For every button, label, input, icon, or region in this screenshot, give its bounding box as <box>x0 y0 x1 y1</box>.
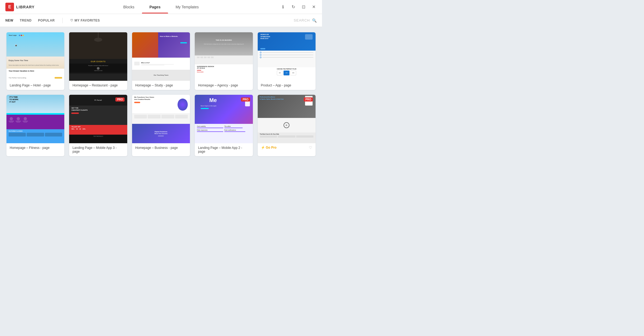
card-mobileapp2-label: Landing Page – Mobile App 2 - page <box>195 143 253 156</box>
card-fitness-thumbnail: IT'S TIMETO WORKIT OUT <box>6 95 64 143</box>
favorites-label: MY FAVORITES <box>75 19 100 22</box>
card-agency-thumbnail: THIS IS AN HEADING Click this button to … <box>195 32 253 81</box>
filter-popular[interactable]: POPULAR <box>38 19 55 22</box>
go-pro-button[interactable]: ⚡ Go Pro <box>261 146 277 149</box>
card-gopro[interactable]: PRO Professional ExcellenceIn Sports, Sp… <box>258 95 316 156</box>
filter-trend[interactable]: TREND <box>20 19 32 22</box>
filter-new[interactable]: NEW <box>5 19 13 22</box>
template-grid: Your Logo 👨‍👩‍👧 Enjoy Some You Time Some… <box>0 27 322 162</box>
card-study-thumbnail: How to Make a Website. Who is it for? Ou… <box>132 32 190 81</box>
filter-items: NEW TREND POPULAR ♡ MY FAVORITES <box>5 18 100 23</box>
info-icon[interactable]: ℹ <box>280 4 286 10</box>
card-restaurant-label: Homepage – Restaurant - page <box>69 81 127 90</box>
card-product[interactable]: WORKFLOWOPTIMIZATIONMADE EASY <box>258 32 316 90</box>
card-hotel-label: Landing Page – Hotel - page <box>6 81 64 90</box>
card-product-thumbnail: WORKFLOWOPTIMIZATIONMADE EASY <box>258 32 316 81</box>
search-text: SEARCH <box>294 18 310 22</box>
pro-badge-mobileapp3: PRO <box>115 97 125 102</box>
tab-pages[interactable]: Pages <box>142 1 168 13</box>
card-study[interactable]: How to Make a Website. Who is it for? Ou… <box>132 32 190 90</box>
card-mobileapp3-thumbnail: ✈ Forel GET THECHEAPEST FLIGHTS TALLEST … <box>69 95 127 143</box>
logo-area: E LIBRARY <box>5 3 38 11</box>
card-business[interactable]: We Transform Your Visioninto Creative Re… <box>132 95 190 156</box>
card-gopro-footer: ⚡ Go Pro ♡ <box>258 143 316 152</box>
search-area: SEARCH 🔍 <box>294 18 317 23</box>
nav-tabs: Blocks Pages My Templates <box>116 1 206 13</box>
gopro-heart-icon[interactable]: ♡ <box>309 145 312 150</box>
refresh-icon[interactable]: ↻ <box>290 4 296 10</box>
card-fitness[interactable]: IT'S TIMETO WORKIT OUT <box>6 95 64 156</box>
card-product-label: Product – App - page <box>258 81 316 90</box>
card-mobileapp3-label: Landing Page – Mobile App 3 - page <box>69 143 127 156</box>
tab-blocks[interactable]: Blocks <box>116 1 142 13</box>
card-restaurant-thumbnail: OUR EVENTS "Truly feel, not inside a liv… <box>69 32 127 81</box>
heart-icon: ♡ <box>70 19 73 22</box>
pro-badge-gopro: PRO <box>304 97 313 102</box>
header: E LIBRARY Blocks Pages My Templates ℹ ↻ … <box>0 0 322 14</box>
card-agency-label: Homepage – Agency - page <box>195 81 253 90</box>
card-fitness-label: Homepage – Fitness - page <box>6 143 64 152</box>
favorites-filter[interactable]: ♡ MY FAVORITES <box>70 19 100 22</box>
search-icon[interactable]: 🔍 <box>312 18 317 23</box>
card-restaurant[interactable]: OUR EVENTS "Truly feel, not inside a liv… <box>69 32 127 90</box>
logo-text: LIBRARY <box>16 5 35 9</box>
card-mobileapp3[interactable]: PRO ✈ Forel GET THECHEAPEST FLIGHTS TALL… <box>69 95 127 156</box>
card-agency[interactable]: THIS IS AN HEADING Click this button to … <box>195 32 253 90</box>
card-business-thumbnail: We Transform Your Visioninto Creative Re… <box>132 95 190 143</box>
card-business-label: Homepage – Business - page <box>132 143 190 152</box>
logo-icon: E <box>5 3 14 11</box>
tab-my-templates[interactable]: My Templates <box>168 1 206 13</box>
card-gopro-thumbnail: Professional ExcellenceIn Sports, Spine,… <box>258 95 316 143</box>
filter-divider <box>62 18 63 23</box>
pro-badge-mobileapp2: PRO <box>241 97 250 102</box>
filter-bar: NEW TREND POPULAR ♡ MY FAVORITES SEARCH … <box>0 14 322 27</box>
close-icon[interactable]: ✕ <box>311 4 317 10</box>
card-mobileapp2-thumbnail: Me Never forget an idea again Cool usabi… <box>195 95 253 143</box>
header-actions: ℹ ↻ ⊡ ✕ <box>280 4 317 10</box>
card-study-label: Homepage – Study - page <box>132 81 190 90</box>
card-mobileapp2[interactable]: PRO Me Never forget an idea again Cool u… <box>195 95 253 156</box>
save-icon[interactable]: ⊡ <box>300 4 306 10</box>
card-hotel-thumbnail: Your Logo 👨‍👩‍👧 Enjoy Some You Time Some… <box>6 32 64 81</box>
card-hotel[interactable]: Your Logo 👨‍👩‍👧 Enjoy Some You Time Some… <box>6 32 64 90</box>
